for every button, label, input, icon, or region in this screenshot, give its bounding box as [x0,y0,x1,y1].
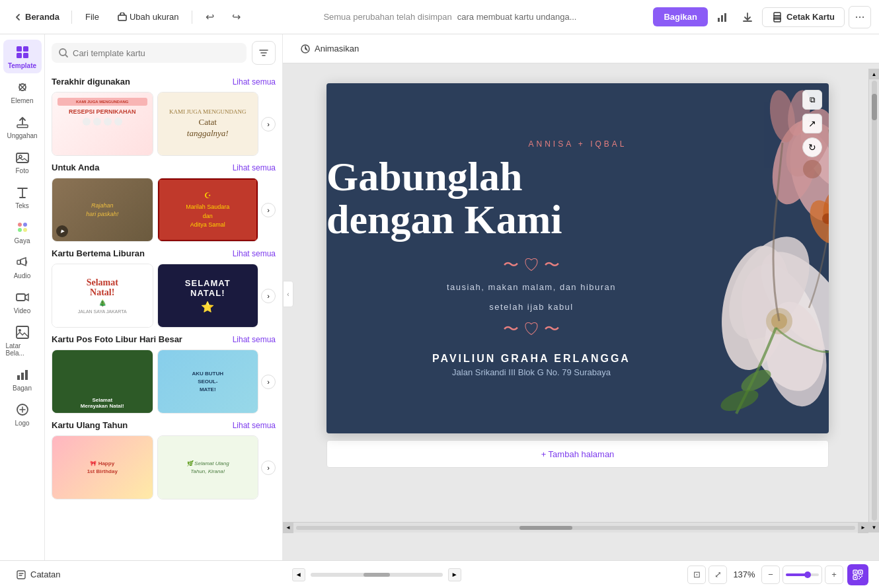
page-scroll-left[interactable]: ◄ [292,568,305,581]
sidebar-item-template[interactable]: Template [3,40,42,73]
section-untuk-title: Untuk Anda [52,163,99,172]
download-button[interactable] [737,7,758,28]
section-liburan-see-all[interactable]: Lihat semua [233,249,276,258]
photo-icon [15,150,30,165]
sidebar-label-video: Video [14,307,30,314]
scroll-left-btn[interactable]: ◄ [283,523,293,533]
add-page-button[interactable]: + Tambah halaman [326,440,829,468]
sidebar-item-unggahan[interactable]: Unggahan [3,110,42,143]
page-scroll-thumb [363,573,390,577]
template-card-liburan-1[interactable]: SelamatNatal! 🎄 JALAN SAYA JAKARTA [52,264,153,328]
sidebar-item-foto[interactable]: Foto [3,145,42,178]
fullscreen-button[interactable]: ⤢ [708,566,727,584]
template-card-liburan-2[interactable]: SELAMATNATAL! ⭐ [157,264,259,328]
template-card-terakhir-1[interactable]: KAMI JUGA MENGUNDANG RESEPSI PERNIKAHAN [52,92,153,156]
undo-button[interactable]: ↩ [199,7,220,28]
scroll-down-button[interactable]: ▼ [869,522,880,533]
zoom-in-button[interactable]: + [825,566,843,584]
scroll-track [872,81,877,521]
analytics-button[interactable] [712,7,733,28]
sidebar-item-logo[interactable]: Logo [3,397,42,431]
more-button[interactable]: ··· [849,6,871,28]
panel-content: Terakhir digunakan Lihat semua KAMI JUGA… [45,70,282,560]
sidebar-label-gaya: Gaya [15,237,30,244]
scroll-right-btn[interactable]: ► [858,523,868,533]
sidebar-item-gaya[interactable]: Gaya [3,215,42,248]
sidebar-item-bagan[interactable]: Bagan [3,362,42,396]
template-card-pos-2[interactable]: AKU BUTUHSEOUL-MATE! [157,349,259,414]
share-button[interactable]: Bagikan [653,7,708,26]
sidebar-item-teks[interactable]: Teks [3,180,42,213]
file-button[interactable]: File [79,9,106,25]
card-preview-pos-2: AKU BUTUHSEOUL-MATE! [158,350,258,413]
canvas-topbar: Animasikan [283,34,879,63]
notes-button[interactable]: Catatan [11,567,66,583]
svg-rect-51 [855,571,856,573]
svg-point-14 [18,223,22,227]
refresh-card-button[interactable]: ↻ [802,137,822,157]
card-preview-ulang-2: 🌿 Selamat UlangTahun, Kirana! [158,436,258,499]
saved-text: Semua perubahan telah disimpan [323,12,451,22]
svg-rect-3 [724,13,726,22]
section-ulang-see-all[interactable]: Lihat semua [233,421,276,430]
vertical-scrollbar[interactable]: ▲ ▼ [868,69,879,533]
sidebar-label-teks: Teks [15,202,29,209]
svg-rect-53 [855,577,856,578]
section-ulang-header: Kartu Ulang Tahun Lihat semua [52,414,276,435]
zoom-out-button[interactable]: − [761,566,780,584]
ulang-next-arrow[interactable]: › [261,460,276,475]
expand-card-button[interactable]: ↗ [802,114,822,133]
svg-rect-8 [17,53,22,58]
page-scroll-right[interactable]: ► [448,568,461,581]
template-card-untuk-1[interactable]: Rajahanhari paskah! [52,178,153,242]
svg-rect-20 [17,326,28,338]
qr-button[interactable] [847,564,868,585]
copy-card-button[interactable]: ⧉ [802,90,822,110]
untuk-next-arrow[interactable]: › [261,203,276,217]
design-card[interactable]: ⧉ ↗ ↻ ANNISA + IQBAL Gabunglahdengan Kam… [326,83,829,433]
template-card-terakhir-2[interactable]: KAMI JUGA MENGUNDANG Catattanggalnya! [157,92,259,156]
section-terakhir-see-all[interactable]: Lihat semua [233,77,276,87]
template-panel: Terakhir digunakan Lihat semua KAMI JUGA… [45,34,283,560]
template-card-untuk-2[interactable]: ☪ Marilah SaudaradanAditya Samal [157,178,259,242]
template-card-ulang-2[interactable]: 🌿 Selamat UlangTahun, Kirana! [157,435,259,499]
section-untuk-see-all[interactable]: Lihat semua [233,163,276,172]
svg-point-15 [23,223,27,227]
sidebar-item-video[interactable]: Video [3,285,42,318]
liburan-next-arrow[interactable]: › [261,289,276,303]
scroll-up-button[interactable]: ▲ [869,69,880,79]
zoom-slider[interactable] [783,566,822,584]
canvas-scroll-area[interactable]: ⧉ ↗ ↻ ANNISA + IQBAL Gabunglahdengan Kam… [283,63,879,560]
topbar-title-area: Semua perubahan telah disimpan cara memb… [252,12,648,22]
pos-next-arrow[interactable]: › [261,375,276,389]
animate-icon [300,44,311,54]
audio-icon [15,255,30,270]
panel-hide-button[interactable]: ‹ [283,281,293,307]
video-icon [15,290,30,305]
filter-button[interactable] [252,41,276,65]
sidebar-item-elemen[interactable]: Elemen [3,75,42,108]
resize-button[interactable]: Ubah ukuran [111,9,185,25]
template-icon [15,45,30,59]
design-description-2: setelah ijab kabul [326,299,736,314]
sidebar-label-unggahan: Unggahan [7,132,37,139]
terakhir-next-arrow[interactable]: › [261,117,276,131]
section-pos-see-all[interactable]: Lihat semua [233,335,276,344]
home-button[interactable]: Beranda [8,9,65,24]
redo-button[interactable]: ↪ [225,7,247,28]
search-icon [58,48,69,58]
sidebar-item-audio[interactable]: Audio [3,250,42,283]
sidebar-item-latar[interactable]: Latar Bela... [3,320,42,361]
animate-button[interactable]: Animasikan [293,40,365,57]
search-input[interactable] [73,48,240,58]
bottom-bar: Catatan ◄ ► ⊡ ⤢ 137% − + [0,560,879,588]
svg-rect-7 [23,46,28,52]
style-icon [15,220,30,235]
print-button[interactable]: Cetak Kartu [762,7,845,27]
page-icon-button[interactable]: ⊡ [687,566,706,584]
template-card-pos-1[interactable]: SelamatMerayakan Natal! [52,349,153,414]
text-icon [15,185,30,200]
horizontal-scrollbar[interactable]: ◄ ► [283,522,868,533]
card-controls: ⧉ ↗ ↻ [802,90,822,157]
template-card-ulang-1[interactable]: 🎀 Happy1st Birthday [52,435,153,499]
